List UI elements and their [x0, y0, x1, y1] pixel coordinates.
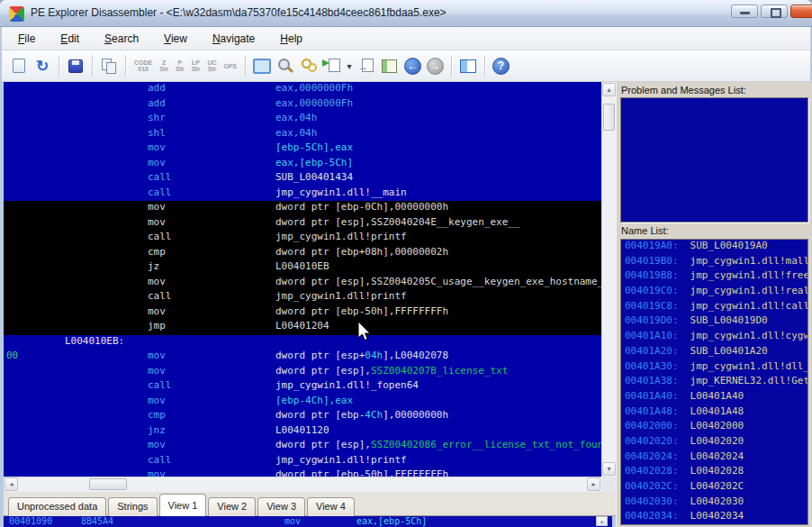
disasm-row[interactable]: calljmp_cygwin1.dll!printf: [4, 231, 601, 246]
secondary-disassembly-pane[interactable]: 00401090 8B45A4 mov eax,[ebp-5Ch] ▴: [4, 516, 612, 527]
name-list-item[interactable]: 00402030:L00402030: [621, 495, 807, 511]
toolbar-separator: [125, 55, 126, 77]
p-str-button[interactable]: PStr: [172, 58, 188, 74]
maximize-button[interactable]: [761, 5, 788, 18]
scroll-right-icon[interactable]: ▸: [587, 477, 600, 491]
name-list-item[interactable]: 004019C8:jmp_cygwin1.dll!calloc: [621, 300, 807, 315]
menu-navigate[interactable]: Navigate: [200, 29, 267, 49]
tab-strings[interactable]: Strings: [108, 497, 157, 516]
disasm-row[interactable]: 00movdword ptr [esp+04h],L00402078: [4, 350, 601, 365]
name-list-item[interactable]: 00402028:L00402028: [621, 465, 807, 480]
disasm-row[interactable]: cmpdword ptr [ebp-4Ch],00000000h: [4, 409, 601, 424]
disasm-row[interactable]: L004010EB:: [4, 335, 601, 350]
view-tabs: Unprocessed dataStringsView 1View 2View …: [4, 492, 616, 516]
tab-view-3[interactable]: View 3: [257, 497, 305, 516]
tab-view-2[interactable]: View 2: [208, 497, 256, 516]
mini-scroll-up-icon[interactable]: ▴: [596, 516, 608, 526]
disasm-row[interactable]: moveax,[ebp-5Ch]: [4, 157, 601, 172]
vertical-scroll-thumb[interactable]: [603, 104, 615, 131]
disasm-row[interactable]: mov[ebp-5Ch],eax: [4, 141, 601, 157]
goto-reference-icon[interactable]: [356, 54, 377, 77]
help-icon[interactable]: [492, 58, 510, 75]
name-list-item[interactable]: 00401A48:L00401A48: [621, 405, 807, 421]
name-list-item[interactable]: 004019B0:jmp_cygwin1.dll!malloc: [621, 255, 807, 270]
disasm-row[interactable]: addeax,0000000Fh: [4, 97, 601, 113]
z-str-button[interactable]: ZStr: [156, 58, 172, 74]
name-list-item[interactable]: 00402000:L00402000: [621, 420, 807, 435]
disassembly-view[interactable]: addeax,0000000Fhaddeax,0000000Fhshreax,0…: [4, 82, 601, 477]
report-icon[interactable]: [379, 54, 401, 77]
disasm-row[interactable]: mov[ebp-4Ch],eax: [4, 395, 601, 410]
name-list-item[interactable]: 004019C0:jmp_cygwin1.dll!realloc: [621, 285, 807, 300]
disasm-row[interactable]: addeax,0000000Fh: [4, 82, 601, 97]
disasm-row[interactable]: movdword ptr [esp],SSZ0040205C_usage__ke…: [4, 276, 601, 291]
scroll-down-icon[interactable]: ▾: [602, 462, 616, 476]
disasm-row[interactable]: movdword ptr [esp],SSZ0040204E__keygen_e…: [4, 216, 601, 232]
refresh-icon[interactable]: [32, 54, 53, 77]
name-list-item[interactable]: 00402024:L00402024: [621, 450, 807, 466]
tab-unprocessed-data[interactable]: Unprocessed data: [8, 497, 106, 516]
disasm-row[interactable]: movdword ptr [esp],SSZ0040207B_license_t…: [4, 365, 601, 380]
disasm-row[interactable]: shleax,04h: [4, 127, 601, 142]
disasm-row[interactable]: calljmp_cygwin1.dll!__main: [4, 186, 601, 202]
disasm-row[interactable]: calljmp_cygwin1.dll!_fopen64: [4, 379, 601, 395]
disasm-row[interactable]: movdword ptr [ebp-0Ch],00000000h: [4, 201, 601, 216]
menu-search[interactable]: Search: [92, 29, 151, 49]
name-list-item[interactable]: 00402034:L00402034: [621, 510, 807, 525]
disasm-row[interactable]: jzL004010EB: [4, 260, 601, 276]
save-icon[interactable]: [65, 54, 86, 77]
disasm-row[interactable]: shreax,04h: [4, 112, 601, 127]
tab-view-4[interactable]: View 4: [307, 497, 355, 516]
copy-icon[interactable]: [98, 54, 120, 77]
menu-view[interactable]: View: [151, 29, 200, 49]
problems-list-box[interactable]: [620, 97, 808, 223]
uc-str-button[interactable]: UCStr: [203, 58, 220, 74]
scroll-up-icon[interactable]: ▴: [602, 83, 616, 96]
navigate-forward-icon[interactable]: [427, 58, 444, 75]
disasm-row[interactable]: cmpdword ptr [ebp+08h],00000002h: [4, 246, 601, 261]
quick-links-icon[interactable]: [298, 54, 320, 77]
ofs-button[interactable]: OFS: [221, 61, 240, 71]
disasm-row[interactable]: movdword ptr [ebp-50h],FFFFFFFFh: [4, 305, 601, 321]
name-list-item[interactable]: 00401A38:jmp_KERNEL32.dll!GetModul: [621, 375, 807, 390]
name-list-item[interactable]: 0040202C:L0040202C: [621, 480, 807, 495]
search-icon[interactable]: [275, 54, 296, 77]
name-list-item[interactable]: 00401A30:jmp_cygwin1.dll!dll_dllcr: [621, 360, 807, 376]
disasm-row[interactable]: jmpL00401204: [4, 320, 601, 335]
name-list-item[interactable]: 004019A0:SUB_L004019A0: [621, 240, 807, 255]
minimize-button[interactable]: [731, 5, 758, 18]
open-file-icon[interactable]: [8, 54, 30, 77]
name-list-item[interactable]: 004019B8:jmp_cygwin1.dll!free: [621, 269, 807, 285]
menu-file[interactable]: File: [5, 29, 48, 49]
menu-edit[interactable]: Edit: [48, 29, 92, 49]
insert-icon[interactable]: [321, 54, 343, 77]
name-list-item[interactable]: 00402020:L00402020: [621, 435, 807, 450]
disasm-row[interactable]: calljmp_cygwin1.dll!printf: [4, 290, 601, 305]
panels-icon[interactable]: [457, 54, 479, 77]
horizontal-scrollbar[interactable]: ◂ ▸: [4, 477, 601, 492]
navigate-back-icon[interactable]: [404, 58, 421, 75]
app-window: PE Explorer Disassembler - <E:\w32dasm\d…: [0, 0, 812, 527]
menu-help[interactable]: Help: [267, 29, 315, 49]
code-data-button[interactable]: CODE010: [131, 58, 156, 74]
title-bar[interactable]: PE Explorer Disassembler - <E:\w32dasm\d…: [0, 0, 812, 27]
tab-view-1[interactable]: View 1: [159, 494, 207, 516]
name-list-item[interactable]: 004019D0:SUB_L004019D0: [621, 314, 807, 330]
horizontal-scroll-thumb[interactable]: [89, 478, 127, 490]
disasm-row[interactable]: movdword ptr [ebp-50h],FFFFFFFFh: [4, 468, 601, 477]
lp-str-button[interactable]: LPStr: [188, 58, 204, 74]
vertical-scrollbar[interactable]: ▴ ▾: [601, 82, 616, 477]
disasm-section-black: movdword ptr [ebp-0Ch],00000000hmovdword…: [4, 201, 601, 335]
name-list-item[interactable]: 00401A10:jmp_cygwin1.dll!cygwin_de: [621, 330, 807, 345]
disasm-row[interactable]: calljmp_cygwin1.dll!printf: [4, 454, 601, 469]
close-button[interactable]: [790, 5, 812, 18]
view-block-icon[interactable]: [251, 54, 273, 77]
name-list-box[interactable]: 004019A0:SUB_L004019A0004019B0:jmp_cygwi…: [620, 239, 808, 525]
name-list-item[interactable]: 00401A40:L00401A40: [621, 390, 807, 405]
name-list-item[interactable]: 00401A20:SUB_L00401A20: [621, 345, 807, 360]
disasm-row[interactable]: callSUB_L00401434: [4, 171, 601, 186]
dropdown-caret-icon[interactable]: [345, 54, 354, 77]
disasm-row[interactable]: movdword ptr [esp],SSZ00402086_error__li…: [4, 439, 601, 454]
disasm-row[interactable]: jnzL00401120: [4, 424, 601, 440]
scroll-left-icon[interactable]: ◂: [5, 477, 18, 491]
